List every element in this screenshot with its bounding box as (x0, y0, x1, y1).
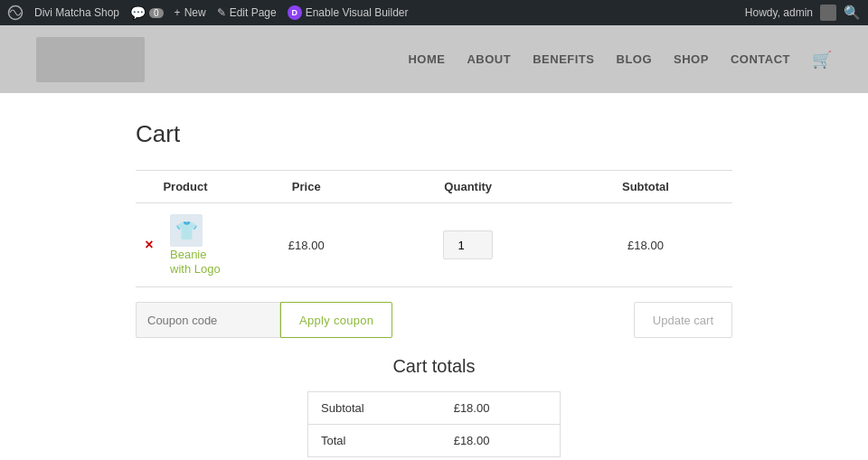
admin-bar: Divi Matcha Shop 💬 0 + New ✎ Edit Page D… (0, 0, 868, 25)
col-header-product: Product (136, 171, 235, 203)
update-cart-button[interactable]: Update cart (634, 302, 732, 338)
new-item[interactable]: + New (175, 6, 206, 19)
edit-page-item[interactable]: ✎ Edit Page (217, 6, 277, 19)
visual-builder-label: Enable Visual Builder (306, 6, 409, 19)
nav-contact[interactable]: CONTACT (731, 52, 790, 66)
site-logo[interactable] (36, 37, 145, 82)
site-name-label: Divi Matcha Shop (34, 6, 119, 19)
site-header: HOME ABOUT BENEFITS BLOG SHOP CONTACT 🛒 (0, 25, 868, 93)
wp-logo-item[interactable] (7, 5, 24, 21)
nav-home[interactable]: HOME (408, 52, 445, 66)
site-name-item[interactable]: Divi Matcha Shop (34, 6, 119, 19)
search-icon[interactable]: 🔍 (844, 5, 861, 21)
new-label: New (184, 6, 206, 19)
col-header-price: Price (235, 171, 377, 203)
nav-about[interactable]: ABOUT (467, 52, 511, 66)
cart-row: × 👕 Beanie with Logo £18.00 £18.00 (136, 203, 732, 287)
admin-bar-right: Howdy, admin 🔍 (745, 5, 861, 21)
subtotal-value: £18.00 (441, 392, 561, 425)
coupon-input[interactable] (136, 302, 280, 338)
total-label: Total (308, 425, 441, 457)
nav-benefits[interactable]: BENEFITS (533, 52, 594, 66)
total-value: £18.00 (441, 425, 561, 457)
cart-totals: Cart totals Subtotal £18.00 Total £18.00… (307, 356, 561, 460)
product-name-link[interactable]: Beanie with Logo (170, 248, 221, 276)
remove-item-button[interactable]: × (145, 237, 153, 253)
coupon-row: Apply coupon Update cart (136, 302, 732, 338)
col-header-quantity: Quantity (377, 171, 558, 203)
product-thumbnail: 👕 (170, 214, 203, 247)
totals-table: Subtotal £18.00 Total £18.00 (307, 391, 561, 457)
page-content: Cart Product Price Quantity Subtotal (118, 93, 750, 460)
product-price: £18.00 (235, 203, 377, 287)
edit-page-label: Edit Page (230, 6, 277, 19)
notifications-item[interactable]: 💬 0 (130, 5, 164, 20)
main-nav: HOME ABOUT BENEFITS BLOG SHOP CONTACT 🛒 (408, 50, 832, 70)
page-title: Cart (136, 120, 732, 148)
col-header-subtotal: Subtotal (559, 171, 732, 203)
visual-builder-item[interactable]: D Enable Visual Builder (288, 5, 409, 20)
product-subtotal: £18.00 (559, 203, 732, 287)
howdy-label: Howdy, admin (745, 6, 813, 19)
cart-table: Product Price Quantity Subtotal × 👕 (136, 170, 732, 287)
total-row: Total £18.00 (308, 425, 561, 457)
apply-coupon-button[interactable]: Apply coupon (280, 302, 392, 338)
subtotal-label: Subtotal (308, 392, 441, 425)
subtotal-row: Subtotal £18.00 (308, 392, 561, 425)
cart-totals-title: Cart totals (307, 356, 561, 377)
quantity-input[interactable] (443, 230, 493, 259)
notification-count: 0 (149, 8, 164, 18)
nav-shop[interactable]: SHOP (674, 52, 709, 66)
divi-icon: D (288, 5, 302, 20)
cart-icon[interactable]: 🛒 (812, 50, 832, 70)
admin-avatar (820, 5, 836, 21)
nav-blog[interactable]: BLOG (617, 52, 653, 66)
